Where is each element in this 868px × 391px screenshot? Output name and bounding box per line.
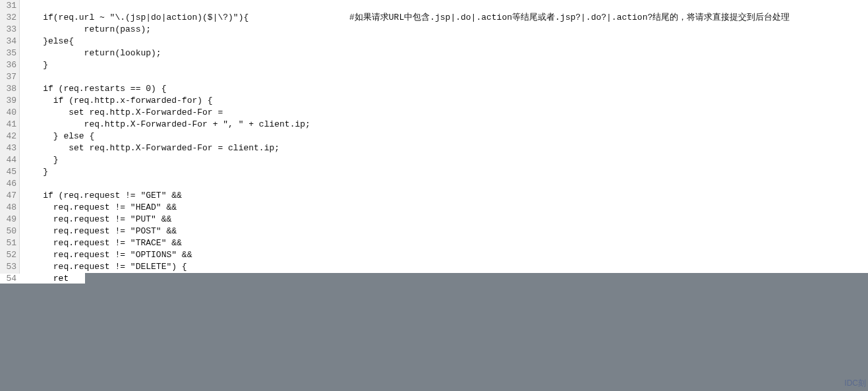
code-line[interactable]: req.request != "OPTIONS" && bbox=[22, 249, 868, 261]
code-line[interactable]: } else { bbox=[22, 131, 868, 142]
line-number: 40 bbox=[0, 107, 16, 119]
code-line[interactable]: req.request != "DELETE") { bbox=[22, 261, 868, 273]
line-number: 41 bbox=[0, 119, 16, 131]
code-line[interactable]: if (req.request != "GET" && bbox=[22, 190, 868, 202]
line-number: 38 bbox=[0, 83, 16, 95]
code-line[interactable]: } bbox=[22, 59, 868, 71]
line-number-gutter: 31 32 33 34 35 36 37 38 39 40 41 42 43 4… bbox=[0, 0, 20, 274]
line-number: 45 bbox=[0, 166, 16, 178]
code-line[interactable]: if (req.restarts == 0) { bbox=[22, 83, 868, 95]
line-number: 52 bbox=[0, 249, 16, 261]
line-number: 34 bbox=[0, 36, 16, 47]
line-number: 31 bbox=[0, 0, 16, 12]
code-line[interactable]: set req.http.X-Forwarded-For = bbox=[22, 107, 868, 119]
line-number: 32 bbox=[0, 12, 16, 24]
watermark-text: IDC刻 bbox=[844, 377, 866, 389]
line-number: 51 bbox=[0, 237, 16, 249]
line-number: 47 bbox=[0, 190, 16, 202]
line-number: 48 bbox=[0, 202, 16, 214]
code-content-area[interactable]: if(req.url ~ "\.(jsp|do|action)($|\?)"){… bbox=[20, 0, 868, 274]
line-number: 33 bbox=[0, 24, 16, 36]
code-line[interactable]: req.http.X-Forwarded-For + ", " + client… bbox=[22, 119, 868, 131]
code-comment: #如果请求URL中包含.jsp|.do|.action等结尾或者.jsp?|.d… bbox=[349, 12, 790, 24]
code-editor[interactable]: 31 32 33 34 35 36 37 38 39 40 41 42 43 4… bbox=[0, 0, 868, 274]
code-line[interactable]: return(pass); bbox=[22, 24, 868, 36]
line-number: 36 bbox=[0, 59, 16, 71]
line-number: 44 bbox=[0, 154, 16, 166]
code-line[interactable]: if (req.http.x-forwarded-for) { bbox=[22, 95, 868, 107]
code-line[interactable]: } bbox=[22, 154, 868, 166]
line-number: 35 bbox=[0, 47, 16, 59]
code-line[interactable] bbox=[22, 0, 868, 12]
code-line[interactable]: }else{ bbox=[22, 36, 868, 47]
bottom-overlay bbox=[0, 284, 868, 391]
line-number: 42 bbox=[0, 131, 16, 142]
line-number: 49 bbox=[0, 214, 16, 226]
code-line[interactable]: if(req.url ~ "\.(jsp|do|action)($|\?)"){… bbox=[22, 12, 868, 24]
code-line[interactable]: req.request != "TRACE" && bbox=[22, 237, 868, 249]
code-text: if(req.url ~ "\.(jsp|do|action)($|\?)"){ bbox=[22, 13, 248, 22]
line-number: 39 bbox=[0, 95, 16, 107]
code-line[interactable]: req.request != "PUT" && bbox=[22, 214, 868, 226]
line-number: 37 bbox=[0, 71, 16, 83]
code-line[interactable]: return(lookup); bbox=[22, 47, 868, 59]
code-line[interactable]: } bbox=[22, 166, 868, 178]
code-line[interactable] bbox=[22, 178, 868, 190]
line-number: 53 bbox=[0, 261, 16, 273]
line-number: 50 bbox=[0, 226, 16, 237]
code-line[interactable] bbox=[22, 71, 868, 83]
code-line[interactable]: set req.http.X-Forwarded-For = client.ip… bbox=[22, 142, 868, 154]
line-number: 46 bbox=[0, 178, 16, 190]
line-number: 43 bbox=[0, 142, 16, 154]
code-line[interactable]: req.request != "POST" && bbox=[22, 226, 868, 237]
code-line[interactable]: req.request != "HEAD" && bbox=[22, 202, 868, 214]
